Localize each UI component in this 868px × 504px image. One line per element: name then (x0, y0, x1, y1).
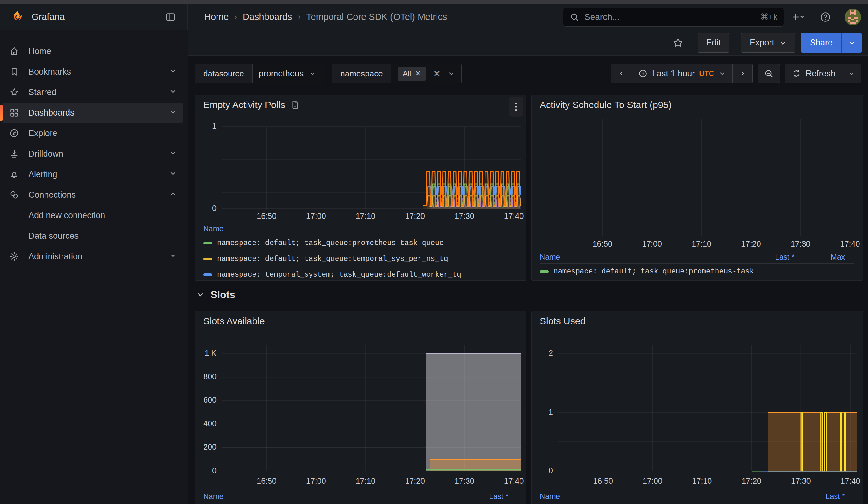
panel-title[interactable]: Slots Used (540, 316, 586, 327)
svg-text:400: 400 (203, 419, 217, 428)
legend-column-last[interactable]: Last * (753, 253, 804, 261)
series-color-swatch[interactable] (540, 270, 549, 273)
sidebar-item-label: Data sources (28, 231, 177, 241)
home-icon (9, 46, 20, 56)
svg-text:16:50: 16:50 (257, 476, 277, 485)
drilldown-icon (9, 148, 20, 159)
sidebar-toggle-icon[interactable] (163, 10, 178, 25)
sidebar-item-alerting[interactable]: Alerting (2, 164, 183, 184)
sidebar-item-connections[interactable]: Connections (2, 185, 183, 205)
apps-icon (9, 107, 20, 118)
namespace-picker: All ✕ ✕ (391, 64, 462, 83)
chevron-down-icon (309, 70, 316, 78)
sidebar-item-label: Connections (28, 190, 160, 200)
sidebar-item-bookmarks[interactable]: Bookmarks (2, 62, 183, 82)
brand-zone: Grafana (0, 4, 188, 30)
refresh-button[interactable]: Refresh (785, 64, 842, 83)
sidebar-nav: HomeBookmarksStarredDashboardsExploreDri… (0, 30, 188, 504)
search-box[interactable]: ⌘+k (563, 8, 784, 27)
svg-text:16:50: 16:50 (593, 476, 613, 485)
sidebar-item-label: Alerting (28, 169, 160, 179)
sidebar-item-explore[interactable]: Explore (2, 123, 183, 143)
star-dashboard-icon[interactable] (670, 35, 686, 51)
datasource-label: datasource (195, 64, 252, 83)
svg-text:17:00: 17:00 (306, 212, 326, 220)
legend-column-name[interactable]: Name (540, 253, 753, 261)
svg-text:1 K: 1 K (205, 349, 217, 358)
panel-title[interactable]: Slots Available (203, 316, 265, 327)
timezone-label: UTC (699, 70, 714, 78)
panel-title[interactable]: Empty Activity Polls (203, 100, 285, 110)
legend-series-label: namespace: default; task_queue:prometheu… (554, 267, 753, 276)
legend-column-last[interactable]: Last * (467, 492, 518, 501)
sidebar-item-starred[interactable]: Starred (2, 82, 183, 102)
share-button[interactable]: Share (801, 33, 841, 53)
dashboard-canvas: Empty Activity Polls0116:5017:0017:1017:… (188, 83, 868, 504)
svg-text:800: 800 (203, 372, 217, 381)
chevron-down-icon (779, 39, 787, 47)
edit-button[interactable]: Edit (698, 33, 730, 53)
legend-row[interactable]: namespace: default; task_queue:temporal_… (203, 251, 518, 267)
os-titlebar-strip (0, 0, 868, 4)
breadcrumb-item[interactable]: Home (204, 12, 228, 22)
remove-chip-icon[interactable]: ✕ (415, 69, 421, 78)
help-icon[interactable] (818, 10, 833, 25)
add-new-button[interactable] (790, 10, 806, 24)
row-toggle-slots[interactable]: Slots (196, 285, 868, 304)
datasource-picker[interactable]: prometheus (252, 64, 323, 83)
grafana-logo-icon[interactable] (9, 9, 25, 25)
legend-column-max[interactable]: Max (804, 253, 855, 261)
svg-text:17:40: 17:40 (840, 476, 860, 485)
clock-icon (638, 69, 648, 78)
legend-column-name[interactable]: Name (540, 492, 804, 501)
legend-row[interactable]: namespace: temporal_system; task_queue:d… (203, 267, 518, 280)
time-shift-forward-button[interactable] (732, 64, 753, 83)
export-button[interactable]: Export (741, 33, 795, 53)
chevron-down-icon[interactable] (447, 70, 455, 78)
legend-column-last[interactable]: Last * (804, 492, 855, 501)
sidebar-item-label: Starred (28, 88, 160, 97)
svg-text:17:30: 17:30 (455, 476, 474, 485)
legend-row[interactable]: namespace: default; task_queue:prometheu… (203, 235, 518, 251)
share-menu-caret[interactable] (841, 33, 862, 53)
refresh-interval-caret[interactable] (842, 64, 861, 83)
breadcrumb: Home›Dashboards›Temporal Core SDK (OTel)… (188, 12, 563, 22)
sidebar-item-administration[interactable]: Administration (2, 246, 183, 267)
series-color-swatch[interactable] (203, 242, 212, 245)
svg-text:0: 0 (212, 466, 217, 475)
series-color-swatch[interactable] (203, 258, 212, 260)
legend-column-name[interactable]: Name (203, 224, 518, 233)
sidebar-item-home[interactable]: Home (2, 41, 183, 61)
panel-header: Slots Available (195, 311, 526, 331)
search-input[interactable] (583, 12, 756, 22)
svg-text:17:20: 17:20 (741, 239, 761, 248)
refresh-controls: Refresh (785, 64, 861, 83)
series-color-swatch[interactable] (203, 274, 212, 276)
panel-slots-available: Slots Available02004006008001 K16:5017:0… (195, 311, 526, 504)
panel-description-icon[interactable] (290, 100, 300, 110)
breadcrumb-item[interactable]: Dashboards (243, 12, 292, 22)
sidebar-item-dashboards[interactable]: Dashboards (2, 103, 183, 123)
time-shift-back-button[interactable] (611, 64, 632, 83)
panel-chart: 01216:5017:0017:1017:2017:3017:40 (531, 331, 862, 490)
clear-namespace-icon[interactable]: ✕ (433, 69, 440, 79)
sidebar-item-data-sources[interactable]: Data sources (2, 226, 183, 246)
user-avatar[interactable] (845, 9, 861, 25)
svg-text:17:10: 17:10 (356, 212, 375, 220)
header-actions: ⌘+k (563, 8, 868, 27)
legend-column-name[interactable]: Name (203, 492, 467, 501)
chevron-down-icon (169, 169, 177, 180)
legend-row[interactable]: namespace: default; task_queue:prometheu… (540, 264, 855, 279)
panel-title[interactable]: Activity Schedule To Start (p95) (540, 100, 672, 110)
panel-menu-icon[interactable] (509, 97, 523, 116)
svg-text:17:20: 17:20 (405, 212, 425, 220)
svg-text:17:00: 17:00 (643, 476, 662, 485)
time-range-picker[interactable]: Last 1 hour UTC (632, 64, 732, 83)
panel-header: Empty Activity Polls (195, 95, 526, 115)
namespace-chip-all[interactable]: All ✕ (398, 66, 426, 81)
sidebar-item-drilldown[interactable]: Drilldown (2, 144, 183, 164)
zoom-out-time-button[interactable] (758, 64, 780, 83)
star-icon (9, 87, 20, 97)
svg-text:1: 1 (212, 122, 217, 131)
sidebar-item-add-new-connection[interactable]: Add new connection (2, 205, 183, 225)
